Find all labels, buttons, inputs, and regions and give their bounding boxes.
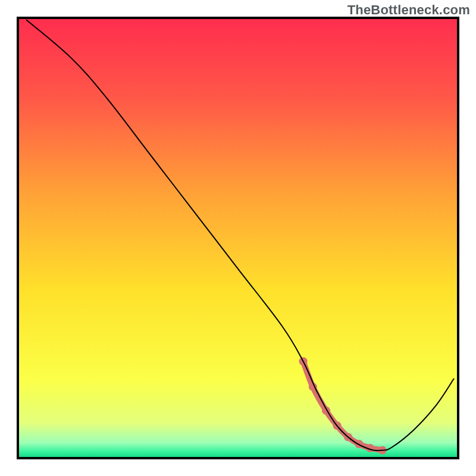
bottleneck-chart: [0, 0, 476, 476]
chart-container: TheBottleneck.com: [0, 0, 476, 476]
gradient-background: [18, 18, 458, 458]
watermark-label: TheBottleneck.com: [347, 2, 470, 18]
